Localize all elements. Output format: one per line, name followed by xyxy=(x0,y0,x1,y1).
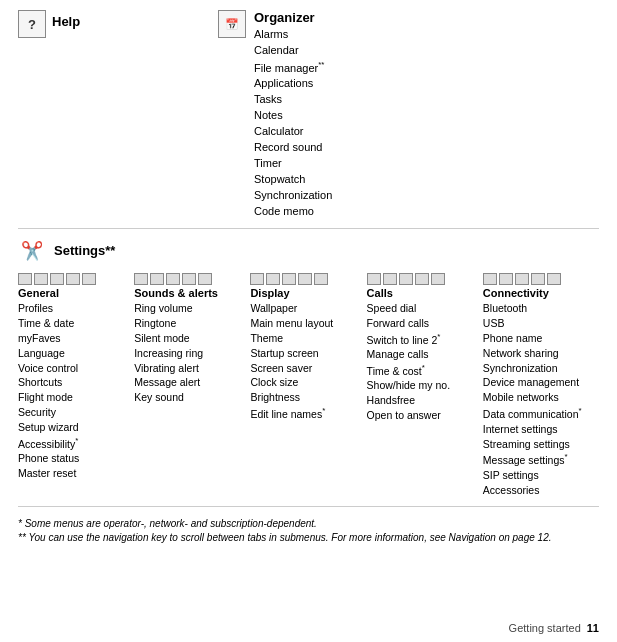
col-icon-box xyxy=(547,273,561,285)
col-list-item: USB xyxy=(483,316,595,331)
col-list-item: myFaves xyxy=(18,331,130,346)
organizer-list-item: Stopwatch xyxy=(254,172,332,188)
col-icon-box xyxy=(367,273,381,285)
col-list: Speed dialForward callsSwitch to line 2*… xyxy=(367,301,479,423)
col-list-item: Handsfree xyxy=(367,393,479,408)
col-list-item: Switch to line 2* xyxy=(367,331,479,347)
col-list-item: Show/hide my no. xyxy=(367,378,479,393)
divider xyxy=(18,228,599,229)
col-icon-box xyxy=(166,273,180,285)
col-list-item: Device management xyxy=(483,375,595,390)
col-list-item: Internet settings xyxy=(483,422,595,437)
page-number-row: Getting started 11 xyxy=(509,622,599,634)
footnote: ** You can use the navigation key to scr… xyxy=(18,531,599,546)
col-list-item: Increasing ring xyxy=(134,346,246,361)
col-list-item: Edit line names* xyxy=(250,405,362,421)
settings-column: DisplayWallpaperMain menu layoutThemeSta… xyxy=(250,273,366,498)
col-icon-box xyxy=(50,273,64,285)
col-icon-box xyxy=(150,273,164,285)
col-icon-box xyxy=(399,273,413,285)
organizer-content: Organizer AlarmsCalendarFile manager**Ap… xyxy=(254,10,332,220)
settings-title: Settings** xyxy=(54,243,115,258)
col-icon-box xyxy=(298,273,312,285)
organizer-list-item: Tasks xyxy=(254,92,332,108)
help-label: Help xyxy=(52,10,80,29)
col-icon-box xyxy=(182,273,196,285)
col-list-item: Language xyxy=(18,346,130,361)
page-footer-text: Getting started xyxy=(509,622,581,634)
page-container: ? Help 📅 Organizer AlarmsCalendarFile ma… xyxy=(0,0,617,556)
col-title: Connectivity xyxy=(483,287,595,299)
col-list-item: Main menu layout xyxy=(250,316,362,331)
col-list-item: SIP settings xyxy=(483,468,595,483)
help-block: ? Help xyxy=(18,10,218,220)
col-list-item: Brightness xyxy=(250,390,362,405)
col-title: Sounds & alerts xyxy=(134,287,246,299)
organizer-list-item: File manager** xyxy=(254,59,332,77)
col-list-item: Forward calls xyxy=(367,316,479,331)
col-list-item: Data communication* xyxy=(483,405,595,421)
organizer-icon-box: 📅 xyxy=(218,10,246,38)
col-list-item: Network sharing xyxy=(483,346,595,361)
col-list-item: Accessories xyxy=(483,483,595,498)
settings-column: Sounds & alertsRing volumeRingtoneSilent… xyxy=(134,273,250,498)
col-list-item: Time & date xyxy=(18,316,130,331)
col-icon-box xyxy=(483,273,497,285)
col-list: WallpaperMain menu layoutThemeStartup sc… xyxy=(250,301,362,422)
col-list-item: Time & cost* xyxy=(367,362,479,378)
col-title: Display xyxy=(250,287,362,299)
col-title: Calls xyxy=(367,287,479,299)
help-icon: ? xyxy=(28,17,36,32)
settings-icon: ✂️ xyxy=(18,237,46,265)
col-icon-row xyxy=(250,273,362,285)
col-icon-box xyxy=(18,273,32,285)
col-list-item: Mobile networks xyxy=(483,390,595,405)
col-title: General xyxy=(18,287,130,299)
col-list-item: Theme xyxy=(250,331,362,346)
col-list-item: Voice control xyxy=(18,361,130,376)
col-list-item: Bluetooth xyxy=(483,301,595,316)
col-icon-box xyxy=(198,273,212,285)
organizer-list-item: Applications xyxy=(254,76,332,92)
col-list-item: Key sound xyxy=(134,390,246,405)
settings-column: GeneralProfilesTime & datemyFavesLanguag… xyxy=(18,273,134,498)
settings-header: ✂️ Settings** xyxy=(18,237,599,265)
top-section: ? Help 📅 Organizer AlarmsCalendarFile ma… xyxy=(18,10,599,220)
organizer-list-item: Notes xyxy=(254,108,332,124)
col-list-item: Vibrating alert xyxy=(134,361,246,376)
col-list-item: Message settings* xyxy=(483,451,595,467)
col-list-item: Streaming settings xyxy=(483,437,595,452)
col-icon-box xyxy=(415,273,429,285)
organizer-list-item: Code memo xyxy=(254,204,332,220)
col-icon-box xyxy=(34,273,48,285)
settings-grid: GeneralProfilesTime & datemyFavesLanguag… xyxy=(18,273,599,498)
col-list-item: Master reset xyxy=(18,466,130,481)
organizer-icon: 📅 xyxy=(225,18,239,31)
col-list-item: Manage calls xyxy=(367,347,479,362)
col-icon-row xyxy=(18,273,130,285)
organizer-list-item: Calculator xyxy=(254,124,332,140)
col-icon-box xyxy=(499,273,513,285)
organizer-list-item: Timer xyxy=(254,156,332,172)
col-list-item: Shortcuts xyxy=(18,375,130,390)
col-list-item: Profiles xyxy=(18,301,130,316)
col-icon-box xyxy=(66,273,80,285)
col-icon-box xyxy=(250,273,264,285)
divider2 xyxy=(18,506,599,507)
footnote-section: * Some menus are operator-, network- and… xyxy=(18,517,599,546)
col-icon-box xyxy=(383,273,397,285)
col-list: BluetoothUSBPhone nameNetwork sharingSyn… xyxy=(483,301,595,498)
col-icon-box xyxy=(531,273,545,285)
col-icon-row xyxy=(483,273,595,285)
col-icon-row xyxy=(134,273,246,285)
footnote: * Some menus are operator-, network- and… xyxy=(18,517,599,532)
settings-column: CallsSpeed dialForward callsSwitch to li… xyxy=(367,273,483,498)
col-list-item: Wallpaper xyxy=(250,301,362,316)
col-list-item: Ringtone xyxy=(134,316,246,331)
organizer-list-item: Alarms xyxy=(254,27,332,43)
col-list-item: Ring volume xyxy=(134,301,246,316)
organizer-list: AlarmsCalendarFile manager**Applications… xyxy=(254,27,332,220)
organizer-title: Organizer xyxy=(254,10,332,25)
col-list-item: Security xyxy=(18,405,130,420)
col-list-item: Message alert xyxy=(134,375,246,390)
